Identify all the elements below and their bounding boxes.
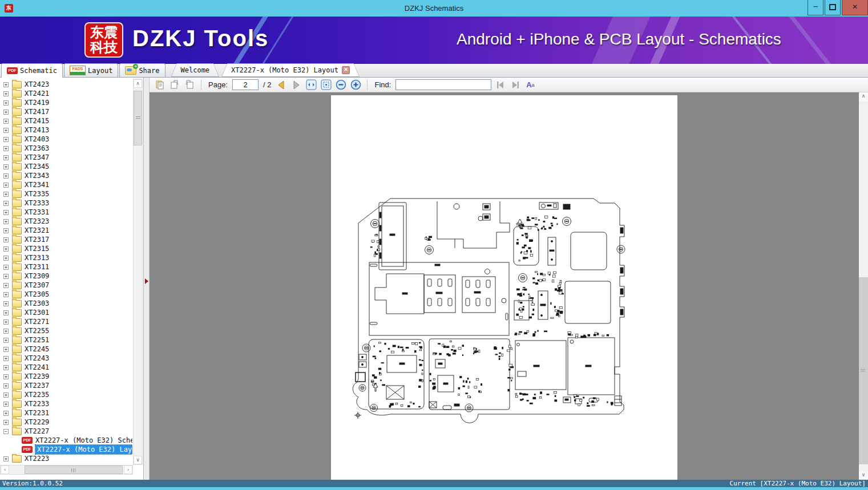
fit-width-icon[interactable] [305, 79, 317, 91]
expand-icon[interactable]: + [3, 329, 9, 334]
minimize-button[interactable]: ─ [808, 0, 823, 15]
expand-icon[interactable]: + [3, 283, 9, 288]
tree-vertical-scrollbar-thumb[interactable] [134, 91, 142, 145]
zoom-out-icon[interactable] [335, 79, 346, 91]
tree-item[interactable]: +XT2305 [0, 290, 132, 299]
tree-item[interactable]: +XT2315 [0, 244, 132, 253]
scroll-up-button[interactable]: ∧ [859, 92, 868, 101]
tree-item[interactable]: +XT2245 [0, 345, 132, 354]
rotate-left-icon[interactable] [184, 79, 195, 91]
expand-icon[interactable]: + [3, 301, 9, 306]
tree-item[interactable]: +XT2237 [0, 381, 132, 390]
tree-item[interactable]: +XT2323 [0, 217, 132, 226]
tree-horizontal-scrollbar[interactable]: ‹ › [0, 465, 133, 475]
expand-icon[interactable]: + [3, 402, 9, 407]
expand-icon[interactable]: + [3, 119, 9, 124]
expand-icon[interactable]: + [3, 420, 9, 425]
tab-close-icon[interactable]: ✕ [342, 66, 350, 74]
expand-icon[interactable]: + [3, 319, 9, 325]
expand-icon[interactable]: + [3, 173, 9, 179]
tree-item[interactable]: +XT2321 [0, 226, 132, 235]
tree-item[interactable]: +XT2363 [0, 144, 132, 153]
panel-splitter[interactable] [144, 78, 150, 480]
tree-item[interactable]: +XT2415 [0, 116, 132, 125]
find-previous-icon[interactable] [495, 79, 506, 91]
tree-item[interactable]: +XT2231 [0, 408, 132, 418]
tree-item[interactable]: +XT2241 [0, 363, 132, 372]
expand-icon[interactable]: + [3, 237, 9, 242]
tree-horizontal-scrollbar-thumb[interactable] [25, 465, 123, 474]
expand-icon[interactable]: + [3, 137, 9, 142]
tree-item[interactable]: +XT2223 [0, 454, 132, 463]
tree-item[interactable]: +XT2345 [0, 162, 132, 171]
expand-icon[interactable]: + [3, 256, 9, 261]
expand-icon[interactable]: + [3, 411, 9, 416]
tree-item[interactable]: +XT2309 [0, 272, 132, 281]
expand-icon[interactable]: + [3, 246, 9, 252]
tree-item[interactable]: +XT2243 [0, 354, 132, 363]
close-button[interactable]: ✕ [842, 0, 868, 15]
expand-icon[interactable]: + [3, 392, 9, 398]
document-canvas[interactable] [150, 92, 859, 480]
expand-icon[interactable]: + [3, 356, 9, 361]
expand-icon[interactable]: + [3, 365, 9, 370]
tree-vertical-scrollbar[interactable]: ∧ ∨ [133, 79, 143, 465]
tree-item[interactable]: +XT2341 [0, 180, 132, 189]
expand-icon[interactable]: + [3, 110, 9, 115]
previous-page-icon[interactable] [276, 79, 287, 91]
tree-item[interactable]: +XT2301 [0, 308, 132, 317]
tree-item[interactable]: +XT2331 [0, 208, 132, 217]
tree-item[interactable]: +XT2421 [0, 89, 132, 98]
zoom-in-icon[interactable] [350, 79, 361, 91]
document-tab[interactable]: Welcome [171, 63, 220, 77]
tree-item[interactable]: +XT2417 [0, 107, 132, 116]
tree-item[interactable]: +XT2333 [0, 199, 132, 208]
tree-item[interactable]: +XT2419 [0, 98, 132, 107]
tree-item[interactable]: +XT2343 [0, 171, 132, 180]
splitter-collapse-icon[interactable] [145, 278, 148, 284]
find-next-icon[interactable] [510, 79, 521, 91]
expand-icon[interactable]: + [3, 338, 9, 343]
tree-item[interactable]: +XT2235 [0, 390, 132, 399]
tree-item[interactable]: +XT2413 [0, 125, 132, 135]
tab-share[interactable]: Share [119, 63, 165, 77]
expand-icon[interactable]: + [3, 183, 9, 188]
expand-icon[interactable]: + [3, 310, 9, 315]
expand-icon[interactable]: + [3, 164, 9, 169]
collapse-icon[interactable]: − [3, 429, 9, 434]
scroll-down-button[interactable]: ∨ [859, 471, 868, 480]
scroll-left-button[interactable]: ‹ [1, 465, 9, 474]
fit-page-icon[interactable] [320, 79, 332, 91]
expand-icon[interactable]: + [3, 82, 9, 87]
tree-item[interactable]: +XT2271 [0, 317, 132, 326]
tree-item[interactable]: +XT2335 [0, 189, 132, 199]
maximize-button[interactable] [825, 0, 841, 15]
tree-item[interactable]: +XT2229 [0, 418, 132, 427]
tree-item[interactable]: +XT2403 [0, 135, 132, 144]
tree-item[interactable]: PDFXT2227-x (Moto E32) Schematic [0, 436, 132, 445]
expand-icon[interactable]: + [3, 274, 9, 279]
scroll-down-button[interactable]: ∨ [134, 456, 142, 464]
tree-item[interactable]: +XT2239 [0, 372, 132, 381]
expand-icon[interactable]: + [3, 347, 9, 352]
expand-icon[interactable]: + [3, 146, 9, 151]
tree-item[interactable]: +XT2311 [0, 262, 132, 272]
find-input[interactable] [395, 79, 491, 90]
tree-item[interactable]: +XT2313 [0, 253, 132, 262]
tree-item[interactable]: +XT2307 [0, 281, 132, 290]
tree-item[interactable]: −XT2227 [0, 427, 132, 436]
expand-icon[interactable]: + [3, 456, 9, 461]
scroll-up-button[interactable]: ∧ [134, 79, 142, 88]
tree-item[interactable]: +XT2423 [0, 80, 132, 89]
tab-layout[interactable]: PADSLayout [64, 63, 118, 77]
tree-item[interactable]: +XT2251 [0, 335, 132, 345]
tree-item[interactable]: +XT2255 [0, 326, 132, 335]
pdf-page[interactable] [331, 95, 677, 480]
expand-icon[interactable]: + [3, 210, 9, 215]
expand-icon[interactable]: + [3, 128, 9, 133]
rotate-right-icon[interactable] [169, 79, 180, 91]
copy-page-icon[interactable] [154, 79, 165, 91]
document-tab[interactable]: XT2227-x (Moto E32) Layout✕ [221, 63, 360, 77]
match-case-icon[interactable]: Aa [524, 79, 536, 91]
expand-icon[interactable]: + [3, 219, 9, 224]
